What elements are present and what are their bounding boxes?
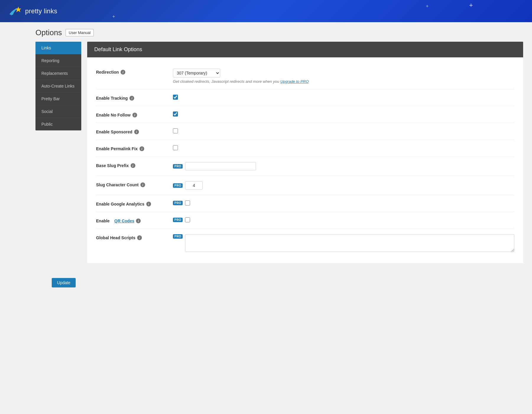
enable-qr-codes-label: Enable QR Codes i: [96, 217, 173, 223]
user-manual-button[interactable]: User Manual: [66, 29, 94, 36]
global-head-scripts-textarea[interactable]: [185, 234, 514, 252]
enable-google-analytics-checkbox[interactable]: [185, 200, 190, 206]
page-title: Options: [35, 28, 62, 37]
main-content: Default Link Options Redirection i 301 (…: [87, 42, 523, 263]
enable-tracking-checkbox[interactable]: [173, 95, 178, 100]
qr-codes-link[interactable]: QR Codes: [114, 219, 134, 223]
sidebar-item-social[interactable]: Social: [35, 105, 81, 118]
enable-tracking-control: [173, 95, 514, 100]
logo-text: pretty links: [25, 7, 57, 15]
enable-sponsored-info-icon[interactable]: i: [134, 130, 139, 134]
base-slug-prefix-control: PRO: [173, 162, 514, 170]
sidebar-item-reporting[interactable]: Reporting: [35, 54, 81, 67]
sidebar-item-pretty-bar[interactable]: Pretty Bar: [35, 93, 81, 105]
enable-sponsored-row: Enable Sponsored i: [96, 123, 514, 140]
enable-permalink-fix-info-icon[interactable]: i: [140, 146, 144, 151]
options-header: Options User Manual: [0, 22, 532, 42]
update-button[interactable]: Update: [52, 278, 76, 287]
star-decoration-2: +: [469, 1, 473, 9]
star-decoration-1: +: [426, 4, 429, 9]
enable-sponsored-label: Enable Sponsored i: [96, 128, 173, 134]
section-header: Default Link Options: [87, 42, 523, 57]
form-area: Redirection i 301 (Permanent) 302 (Tempo…: [87, 57, 523, 263]
base-slug-prefix-label: Base Slug Prefix i: [96, 162, 173, 168]
sidebar: Links Reporting Replacements Auto-Create…: [35, 42, 81, 130]
slug-character-count-input[interactable]: [185, 181, 203, 190]
enable-qr-codes-checkbox[interactable]: [185, 217, 190, 222]
upgrade-pro-link[interactable]: Upgrade to PRO: [280, 79, 309, 84]
base-slug-prefix-row: Base Slug Prefix i PRO: [96, 157, 514, 176]
enable-google-analytics-label: Enable Google Analytics i: [96, 200, 173, 206]
enable-no-follow-label: Enable No Follow i: [96, 111, 173, 117]
redirection-label: Redirection i: [96, 69, 173, 75]
sidebar-item-replacements[interactable]: Replacements: [35, 67, 81, 80]
enable-no-follow-control: [173, 111, 514, 117]
slug-character-count-row: Slug Character Count i PRO: [96, 176, 514, 195]
slug-character-count-pro-badge: PRO: [173, 183, 183, 188]
enable-no-follow-checkbox[interactable]: [173, 111, 178, 117]
enable-qr-codes-info-icon[interactable]: i: [136, 219, 141, 223]
header: pretty links + + +: [0, 0, 532, 22]
enable-google-analytics-control: PRO: [173, 200, 514, 206]
enable-permalink-fix-control: [173, 145, 514, 150]
enable-google-analytics-row: Enable Google Analytics i PRO: [96, 195, 514, 212]
global-head-scripts-row: Global Head Scripts i PRO: [96, 229, 514, 257]
global-head-scripts-pro-badge: PRO: [173, 234, 183, 239]
enable-google-analytics-pro-badge: PRO: [173, 201, 183, 205]
logo-icon: [9, 6, 22, 16]
enable-permalink-fix-row: Enable Permalink Fix i: [96, 140, 514, 157]
redirection-helper: Get cloaked redirects, Javascript redire…: [173, 79, 309, 84]
star-decoration-3: +: [112, 14, 115, 19]
enable-sponsored-checkbox[interactable]: [173, 128, 178, 133]
slug-character-count-control: PRO: [173, 181, 514, 190]
global-head-scripts-label: Global Head Scripts i: [96, 234, 173, 240]
enable-qr-codes-row: Enable QR Codes i PRO: [96, 212, 514, 229]
base-slug-prefix-input[interactable]: [185, 162, 256, 170]
redirection-info-icon[interactable]: i: [121, 70, 125, 75]
enable-tracking-row: Enable Tracking i: [96, 89, 514, 106]
main-wrapper: Options User Manual Links Reporting Repl…: [0, 22, 532, 414]
global-head-scripts-info-icon[interactable]: i: [137, 235, 142, 240]
enable-no-follow-row: Enable No Follow i: [96, 106, 514, 123]
enable-google-analytics-info-icon[interactable]: i: [146, 202, 151, 206]
enable-no-follow-info-icon[interactable]: i: [132, 113, 137, 117]
enable-sponsored-control: [173, 128, 514, 133]
slug-character-count-label: Slug Character Count i: [96, 181, 173, 187]
enable-permalink-fix-checkbox[interactable]: [173, 145, 178, 150]
slug-character-count-info-icon[interactable]: i: [140, 182, 145, 187]
base-slug-prefix-info-icon[interactable]: i: [131, 163, 135, 168]
base-slug-prefix-pro-badge: PRO: [173, 164, 183, 169]
sidebar-item-auto-create-links[interactable]: Auto-Create Links: [35, 80, 81, 93]
enable-qr-codes-pro-badge: PRO: [173, 218, 183, 222]
enable-permalink-fix-label: Enable Permalink Fix i: [96, 145, 173, 151]
sidebar-item-public[interactable]: Public: [35, 118, 81, 130]
enable-tracking-label: Enable Tracking i: [96, 95, 173, 101]
redirection-select[interactable]: 301 (Permanent) 302 (Temporary) 307 (Tem…: [173, 69, 220, 77]
content-area: Links Reporting Replacements Auto-Create…: [0, 42, 532, 272]
enable-tracking-info-icon[interactable]: i: [129, 96, 134, 101]
sidebar-item-links[interactable]: Links: [35, 42, 81, 54]
redirection-control: 301 (Permanent) 302 (Temporary) 307 (Tem…: [173, 69, 514, 84]
redirection-row: Redirection i 301 (Permanent) 302 (Tempo…: [96, 63, 514, 89]
logo: pretty links: [9, 6, 57, 16]
global-head-scripts-control: PRO: [173, 234, 514, 252]
enable-qr-codes-control: PRO: [173, 217, 514, 222]
